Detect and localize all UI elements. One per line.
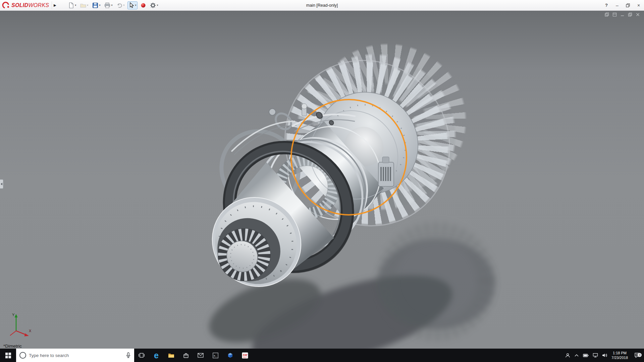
svg-text:2017: 2017 <box>243 356 247 358</box>
minimize-button[interactable]: – <box>612 0 623 10</box>
engine-model <box>0 11 644 349</box>
dropdown-arrow-icon[interactable]: ▾ <box>111 4 112 7</box>
brand-text: SOLIDWORKS <box>11 2 49 8</box>
cube-icon <box>227 353 233 358</box>
open-folder-icon <box>80 2 86 8</box>
store-bag-icon <box>183 353 189 358</box>
file-explorer-icon <box>168 353 174 358</box>
doc-minimize-icon[interactable] <box>620 12 625 17</box>
restore-icon <box>626 3 630 7</box>
solidworks-logo: SOLIDWORKS <box>0 1 52 9</box>
taskbar-app-solidworks[interactable]: SW 2017 <box>237 349 252 362</box>
undo-button[interactable]: ▾ <box>115 2 125 9</box>
help-button[interactable]: ? <box>601 0 612 10</box>
new-window-icon[interactable] <box>605 12 609 17</box>
command-prompt-icon: >_ <box>213 353 218 358</box>
quick-access-toolbar: ▾ ▾ ▾ ▾ <box>67 1 159 9</box>
taskbar-search[interactable] <box>16 349 134 362</box>
dropdown-arrow-icon[interactable]: ▾ <box>135 4 136 7</box>
task-view-icon <box>139 353 145 358</box>
search-input[interactable] <box>29 353 123 358</box>
close-button[interactable]: × <box>633 0 644 10</box>
windows-taskbar: e >_ SW <box>0 349 644 362</box>
document-title: main [Read-only] <box>306 3 338 8</box>
taskbar-app-edge[interactable]: e <box>149 349 164 362</box>
taskbar-clock[interactable]: 1:18 PM 7/23/2018 <box>611 351 628 360</box>
volume-icon[interactable] <box>602 353 607 358</box>
orientation-triad: Y X <box>5 311 32 340</box>
triad-y-label: Y <box>12 313 15 317</box>
dropdown-arrow-icon[interactable]: ▾ <box>75 4 76 7</box>
dropdown-arrow-icon[interactable]: ▾ <box>157 4 158 7</box>
tile-window-icon[interactable] <box>612 12 617 17</box>
edge-icon: e <box>154 351 159 360</box>
microphone-icon[interactable] <box>126 352 131 358</box>
taskbar-app-store[interactable] <box>178 349 193 362</box>
print-button[interactable]: ▾ <box>103 2 113 9</box>
people-icon[interactable] <box>565 353 570 358</box>
dropdown-arrow-icon[interactable]: ▾ <box>123 4 124 7</box>
graphics-viewport[interactable]: Y X *Dimetric <box>0 11 644 349</box>
start-button[interactable] <box>0 349 16 362</box>
title-bar: SOLIDWORKS ▶ ▾ ▾ ▾ <box>0 0 644 11</box>
doc-restore-icon[interactable] <box>628 12 632 17</box>
save-floppy-icon <box>92 2 98 8</box>
gear-icon <box>150 2 156 8</box>
battery-icon[interactable] <box>583 353 589 358</box>
taskbar-app-file-explorer[interactable] <box>164 349 178 362</box>
view-orientation-label: *Dimetric <box>3 344 22 349</box>
svg-text:>_: >_ <box>214 354 217 357</box>
task-view-button[interactable] <box>134 349 149 362</box>
feature-tree-expand-tab[interactable] <box>0 179 3 189</box>
appearance-button[interactable] <box>140 2 147 9</box>
mail-icon <box>198 353 204 358</box>
document-window-controls <box>605 12 640 17</box>
dropdown-arrow-icon[interactable]: ▾ <box>99 4 100 7</box>
taskbar-app-mail[interactable] <box>193 349 208 362</box>
dropdown-arrow-icon[interactable]: ▾ <box>87 4 88 7</box>
clock-time: 1:18 PM <box>611 351 628 355</box>
doc-close-icon[interactable] <box>636 12 640 17</box>
solidworks-app-icon: SW 2017 <box>242 352 248 359</box>
clock-date: 7/23/2018 <box>611 355 628 360</box>
new-document-icon <box>68 2 74 8</box>
taskbar-app-3d-viewer[interactable] <box>223 349 237 362</box>
select-cursor-icon <box>129 2 134 8</box>
window-controls: ? – × <box>601 0 644 10</box>
printer-icon <box>104 2 110 8</box>
options-button[interactable]: ▾ <box>149 2 159 9</box>
network-icon[interactable] <box>593 353 598 358</box>
new-document-button[interactable]: ▾ <box>67 2 77 9</box>
select-tool-button[interactable]: ▾ <box>127 1 138 9</box>
restore-button[interactable] <box>623 0 633 10</box>
taskbar-app-command-prompt[interactable]: >_ <box>208 349 223 362</box>
action-center-button[interactable]: 3 <box>632 353 642 358</box>
cortana-icon[interactable] <box>19 352 26 359</box>
undo-arrow-icon <box>116 2 122 8</box>
triad-x-label: X <box>29 329 32 333</box>
chevron-left-icon <box>1 183 2 185</box>
system-tray: 1:18 PM 7/23/2018 3 <box>565 349 644 362</box>
open-button[interactable]: ▾ <box>79 2 89 9</box>
chevron-up-icon[interactable] <box>574 354 579 357</box>
save-button[interactable]: ▾ <box>91 2 101 9</box>
toolbar-flyout-button[interactable]: ▶ <box>52 1 58 9</box>
notification-badge: 3 <box>638 353 642 357</box>
appearance-sphere-icon <box>141 3 146 8</box>
dassault-logo-icon <box>2 1 10 9</box>
windows-logo-icon <box>5 353 11 358</box>
